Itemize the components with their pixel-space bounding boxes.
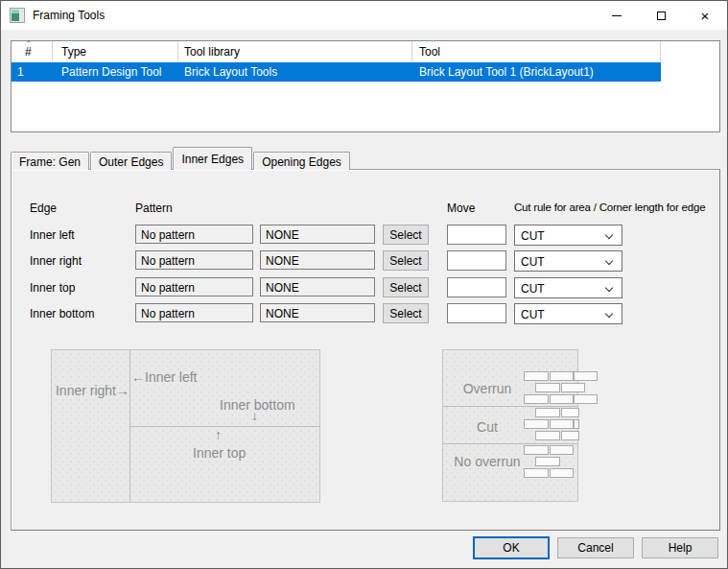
column-separator xyxy=(52,41,53,61)
header-move: Move xyxy=(447,202,475,215)
edge-label: Inner top xyxy=(30,281,75,295)
pattern-name-field: No pattern xyxy=(135,277,253,296)
column-header-tool[interactable]: Tool xyxy=(419,41,440,61)
app-icon xyxy=(10,8,25,23)
header-edge: Edge xyxy=(30,202,57,215)
tab-frame-gen[interactable]: Frame: Gen xyxy=(11,152,89,170)
cell-num: 1 xyxy=(17,65,24,79)
column-separator xyxy=(177,41,178,61)
label-cut: Cut xyxy=(443,419,531,435)
edge-label: Inner right xyxy=(30,254,82,268)
header-cut-rule: Cut rule for area / Corner length for ed… xyxy=(514,202,705,213)
chevron-down-icon xyxy=(605,284,613,292)
maximize-icon xyxy=(657,12,666,20)
cut-rule-dropdown[interactable]: CUT xyxy=(514,225,622,246)
row-inner-left: Inner left No pattern NONE Select CUT xyxy=(1,225,728,247)
chevron-down-icon xyxy=(605,310,613,318)
chevron-down-icon xyxy=(605,231,613,239)
overrun-diagram: Overrun Cut No overrun xyxy=(442,349,578,502)
column-header-type[interactable]: Type xyxy=(61,41,86,61)
select-pattern-button[interactable]: Select xyxy=(383,250,429,271)
cut-rule-dropdown[interactable]: CUT xyxy=(514,277,622,298)
ok-button[interactable]: OK xyxy=(473,536,550,559)
cell-type: Pattern Design Tool xyxy=(61,65,162,79)
minimize-icon xyxy=(612,15,622,16)
pattern-library-field: NONE xyxy=(260,303,375,322)
arrow-up-icon: ↑ xyxy=(215,427,222,442)
label-inner-top: Inner top xyxy=(193,445,246,461)
minimize-button[interactable] xyxy=(595,1,639,30)
column-header-num[interactable]: # xyxy=(25,41,32,61)
tab-strip: Frame: Gen Outer Edges Inner Edges Openi… xyxy=(11,147,351,170)
pattern-name-field: No pattern xyxy=(135,225,253,244)
column-header-tool-library[interactable]: Tool library xyxy=(184,41,240,61)
frame-edges-diagram: Inner right→ ←Inner left Inner bottom ↓ … xyxy=(51,349,320,503)
move-input[interactable] xyxy=(447,277,506,297)
tab-opening-edges[interactable]: Opening Edges xyxy=(253,152,350,170)
title-bar[interactable]: Framing Tools × xyxy=(1,1,727,30)
tab-inner-edges[interactable]: Inner Edges xyxy=(173,147,252,170)
chevron-down-icon xyxy=(605,257,613,265)
pattern-name-field: No pattern xyxy=(135,250,253,270)
window-title: Framing Tools xyxy=(33,9,105,22)
label-no-overrun: No overrun xyxy=(443,454,531,469)
cancel-button[interactable]: Cancel xyxy=(557,537,634,558)
cut-rule-value: CUT xyxy=(521,282,545,296)
label-inner-left: ←Inner left xyxy=(131,369,197,385)
row-inner-bottom: Inner bottom No pattern NONE Select CUT xyxy=(1,303,728,325)
header-pattern: Pattern xyxy=(135,202,173,215)
pattern-library-field: NONE xyxy=(260,277,375,296)
row-inner-right: Inner right No pattern NONE Select CUT xyxy=(1,250,728,273)
cell-tool-library: Brick Layout Tools xyxy=(184,65,277,79)
close-button[interactable]: × xyxy=(683,1,727,30)
row-inner-top: Inner top No pattern NONE Select CUT xyxy=(1,277,728,299)
column-separator xyxy=(411,41,412,61)
cut-rule-value: CUT xyxy=(521,229,545,243)
cut-rule-value: CUT xyxy=(521,255,545,269)
move-input[interactable] xyxy=(447,303,506,323)
close-icon: × xyxy=(701,9,710,23)
tab-outer-edges[interactable]: Outer Edges xyxy=(90,152,172,170)
diagram-divider xyxy=(129,426,319,427)
table-row[interactable]: 1 Pattern Design Tool Brick Layout Tools… xyxy=(12,62,661,82)
diagram-divider xyxy=(443,443,577,444)
help-button[interactable]: Help xyxy=(642,537,718,558)
select-pattern-button[interactable]: Select xyxy=(383,303,429,323)
move-input[interactable] xyxy=(447,250,506,271)
pattern-library-field: NONE xyxy=(260,250,375,270)
cut-rule-dropdown[interactable]: CUT xyxy=(514,250,622,272)
cut-rule-value: CUT xyxy=(521,308,545,321)
diagram-divider xyxy=(443,406,577,407)
edge-label: Inner left xyxy=(30,228,75,242)
edge-label: Inner bottom xyxy=(30,307,94,320)
maximize-button[interactable] xyxy=(639,1,683,30)
column-separator xyxy=(660,41,661,61)
cut-rule-dropdown[interactable]: CUT xyxy=(514,303,622,324)
framing-tools-dialog: Framing Tools × ˆ # Type Tool library To… xyxy=(0,0,728,569)
select-pattern-button[interactable]: Select xyxy=(383,277,429,297)
select-pattern-button[interactable]: Select xyxy=(383,225,429,245)
label-overrun: Overrun xyxy=(443,381,531,396)
pattern-name-field: No pattern xyxy=(135,303,253,322)
pattern-library-field: NONE xyxy=(260,225,375,244)
move-input[interactable] xyxy=(447,225,506,245)
tool-list: ˆ # Type Tool library Tool 1 Pattern Des… xyxy=(11,40,720,132)
label-inner-right: Inner right→ xyxy=(52,383,129,398)
cell-tool: Brick Layout Tool 1 (BrickLayout1) xyxy=(419,65,594,79)
arrow-down-icon: ↓ xyxy=(251,408,258,423)
